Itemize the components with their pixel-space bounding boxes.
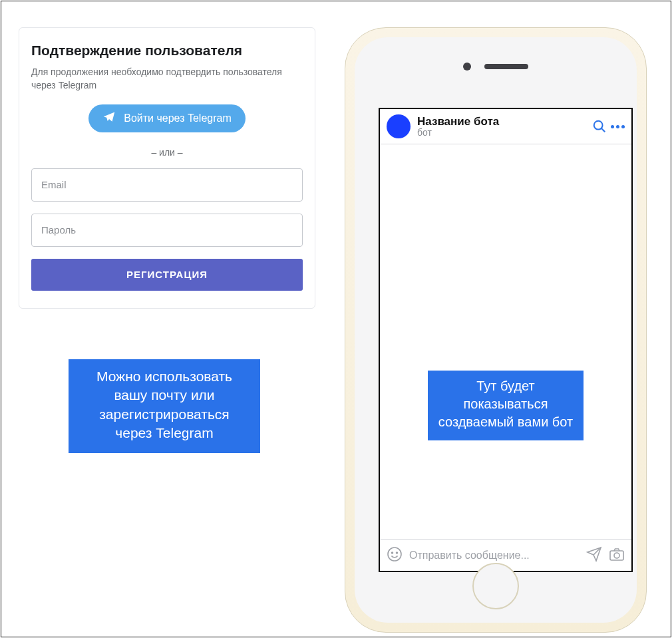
more-icon[interactable] (611, 125, 625, 128)
speaker-icon (484, 64, 528, 69)
telegram-icon (102, 111, 116, 126)
card-title: Подтверждение пользователя (31, 43, 303, 59)
chat-header: Название бота бот (380, 109, 631, 144)
chat-body: Тут будет показываться создваемый вами б… (380, 144, 631, 540)
message-input[interactable]: Отправить сообщение... (409, 550, 580, 561)
search-icon[interactable] (592, 119, 607, 134)
telegram-button-label: Войти через Telegram (124, 112, 231, 124)
phone-top-hardware (355, 63, 637, 71)
svg-point-2 (388, 548, 401, 561)
phone-bezel: Название бота бот Тут будет показываться… (355, 37, 637, 623)
svg-point-6 (614, 553, 619, 558)
password-field[interactable] (31, 214, 303, 247)
avatar (387, 114, 411, 138)
or-separator: – или – (31, 147, 303, 158)
page-frame: Подтверждение пользователя Для продолжен… (1, 1, 671, 637)
phone-mockup: Название бота бот Тут будет показываться… (345, 27, 647, 633)
auth-card: Подтверждение пользователя Для продолжен… (19, 27, 315, 309)
send-icon[interactable] (586, 546, 602, 565)
telegram-login-button[interactable]: Войти через Telegram (88, 104, 246, 132)
input-right-icons (586, 546, 625, 565)
header-actions (592, 119, 625, 134)
card-subtitle: Для продолжения необходимо подтвердить п… (31, 65, 303, 92)
svg-point-4 (397, 552, 398, 554)
bot-type-label: бот (417, 127, 586, 138)
info-callout-right: Тут будет показываться создваемый вами б… (428, 371, 584, 440)
home-button[interactable] (472, 563, 519, 609)
camera-icon[interactable] (609, 546, 625, 565)
info-callout-left: Можно использовать вашу почту или зареги… (69, 359, 260, 453)
register-button[interactable]: РЕГИСТРАЦИЯ (31, 259, 303, 291)
camera-icon (463, 63, 471, 71)
svg-rect-5 (610, 551, 623, 560)
svg-line-1 (601, 128, 605, 132)
email-field[interactable] (31, 168, 303, 202)
phone-screen: Название бота бот Тут будет показываться… (379, 108, 633, 572)
svg-point-3 (392, 552, 393, 554)
bot-meta: Название бота бот (417, 115, 586, 138)
emoji-icon[interactable] (387, 546, 403, 565)
svg-point-0 (594, 121, 603, 130)
bot-name: Название бота (417, 115, 586, 128)
